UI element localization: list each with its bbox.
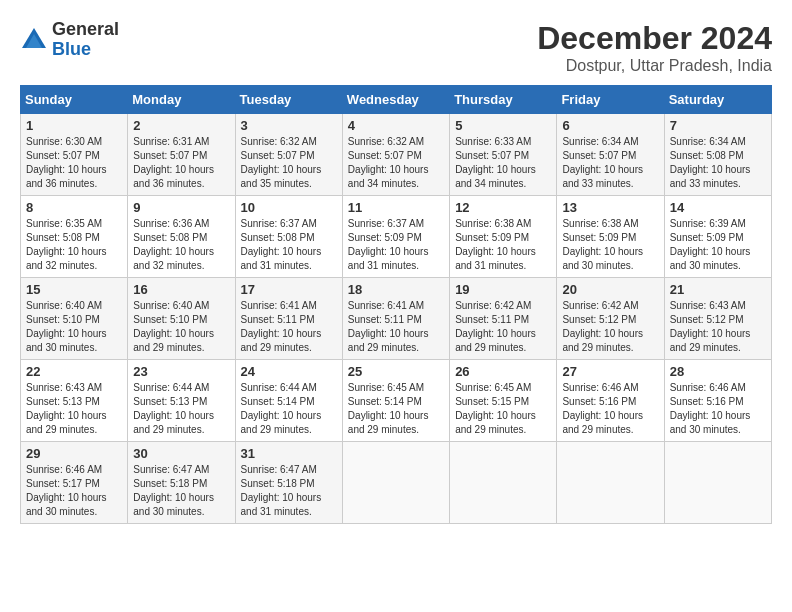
calendar-header-row: Sunday Monday Tuesday Wednesday Thursday… [21, 86, 772, 114]
table-row: 26 Sunrise: 6:45 AMSunset: 5:15 PMDaylig… [450, 360, 557, 442]
calendar-week-row: 15 Sunrise: 6:40 AMSunset: 5:10 PMDaylig… [21, 278, 772, 360]
table-row: 29 Sunrise: 6:46 AMSunset: 5:17 PMDaylig… [21, 442, 128, 524]
day-info: Sunrise: 6:38 AMSunset: 5:09 PMDaylight:… [455, 218, 536, 271]
table-row: 11 Sunrise: 6:37 AMSunset: 5:09 PMDaylig… [342, 196, 449, 278]
logo-text: General Blue [52, 20, 119, 60]
day-info: Sunrise: 6:33 AMSunset: 5:07 PMDaylight:… [455, 136, 536, 189]
col-saturday: Saturday [664, 86, 771, 114]
day-number: 29 [26, 446, 122, 461]
table-row: 3 Sunrise: 6:32 AMSunset: 5:07 PMDayligh… [235, 114, 342, 196]
day-number: 24 [241, 364, 337, 379]
table-row: 24 Sunrise: 6:44 AMSunset: 5:14 PMDaylig… [235, 360, 342, 442]
table-row: 30 Sunrise: 6:47 AMSunset: 5:18 PMDaylig… [128, 442, 235, 524]
calendar-week-row: 22 Sunrise: 6:43 AMSunset: 5:13 PMDaylig… [21, 360, 772, 442]
table-row: 31 Sunrise: 6:47 AMSunset: 5:18 PMDaylig… [235, 442, 342, 524]
day-info: Sunrise: 6:40 AMSunset: 5:10 PMDaylight:… [133, 300, 214, 353]
day-info: Sunrise: 6:41 AMSunset: 5:11 PMDaylight:… [348, 300, 429, 353]
calendar-week-row: 1 Sunrise: 6:30 AMSunset: 5:07 PMDayligh… [21, 114, 772, 196]
calendar-week-row: 8 Sunrise: 6:35 AMSunset: 5:08 PMDayligh… [21, 196, 772, 278]
day-number: 4 [348, 118, 444, 133]
table-row: 23 Sunrise: 6:44 AMSunset: 5:13 PMDaylig… [128, 360, 235, 442]
title-block: December 2024 Dostpur, Uttar Pradesh, In… [537, 20, 772, 75]
day-info: Sunrise: 6:43 AMSunset: 5:13 PMDaylight:… [26, 382, 107, 435]
day-number: 20 [562, 282, 658, 297]
table-row: 9 Sunrise: 6:36 AMSunset: 5:08 PMDayligh… [128, 196, 235, 278]
day-number: 22 [26, 364, 122, 379]
day-number: 3 [241, 118, 337, 133]
table-row: 5 Sunrise: 6:33 AMSunset: 5:07 PMDayligh… [450, 114, 557, 196]
day-info: Sunrise: 6:46 AMSunset: 5:16 PMDaylight:… [670, 382, 751, 435]
day-number: 17 [241, 282, 337, 297]
day-info: Sunrise: 6:46 AMSunset: 5:17 PMDaylight:… [26, 464, 107, 517]
table-row: 22 Sunrise: 6:43 AMSunset: 5:13 PMDaylig… [21, 360, 128, 442]
location: Dostpur, Uttar Pradesh, India [537, 57, 772, 75]
day-info: Sunrise: 6:37 AMSunset: 5:08 PMDaylight:… [241, 218, 322, 271]
day-number: 21 [670, 282, 766, 297]
day-info: Sunrise: 6:42 AMSunset: 5:11 PMDaylight:… [455, 300, 536, 353]
day-number: 10 [241, 200, 337, 215]
month-title: December 2024 [537, 20, 772, 57]
table-row: 15 Sunrise: 6:40 AMSunset: 5:10 PMDaylig… [21, 278, 128, 360]
table-row: 20 Sunrise: 6:42 AMSunset: 5:12 PMDaylig… [557, 278, 664, 360]
day-info: Sunrise: 6:45 AMSunset: 5:15 PMDaylight:… [455, 382, 536, 435]
table-row: 14 Sunrise: 6:39 AMSunset: 5:09 PMDaylig… [664, 196, 771, 278]
day-info: Sunrise: 6:34 AMSunset: 5:07 PMDaylight:… [562, 136, 643, 189]
table-row: 8 Sunrise: 6:35 AMSunset: 5:08 PMDayligh… [21, 196, 128, 278]
day-number: 13 [562, 200, 658, 215]
day-number: 19 [455, 282, 551, 297]
col-sunday: Sunday [21, 86, 128, 114]
day-info: Sunrise: 6:42 AMSunset: 5:12 PMDaylight:… [562, 300, 643, 353]
day-number: 9 [133, 200, 229, 215]
table-row [450, 442, 557, 524]
table-row: 19 Sunrise: 6:42 AMSunset: 5:11 PMDaylig… [450, 278, 557, 360]
day-info: Sunrise: 6:46 AMSunset: 5:16 PMDaylight:… [562, 382, 643, 435]
table-row: 25 Sunrise: 6:45 AMSunset: 5:14 PMDaylig… [342, 360, 449, 442]
table-row: 7 Sunrise: 6:34 AMSunset: 5:08 PMDayligh… [664, 114, 771, 196]
day-number: 16 [133, 282, 229, 297]
col-thursday: Thursday [450, 86, 557, 114]
day-info: Sunrise: 6:39 AMSunset: 5:09 PMDaylight:… [670, 218, 751, 271]
page-header: General Blue December 2024 Dostpur, Utta… [20, 20, 772, 75]
day-info: Sunrise: 6:36 AMSunset: 5:08 PMDaylight:… [133, 218, 214, 271]
col-tuesday: Tuesday [235, 86, 342, 114]
day-number: 31 [241, 446, 337, 461]
day-number: 18 [348, 282, 444, 297]
table-row: 6 Sunrise: 6:34 AMSunset: 5:07 PMDayligh… [557, 114, 664, 196]
day-info: Sunrise: 6:35 AMSunset: 5:08 PMDaylight:… [26, 218, 107, 271]
day-number: 23 [133, 364, 229, 379]
calendar-table: Sunday Monday Tuesday Wednesday Thursday… [20, 85, 772, 524]
day-number: 14 [670, 200, 766, 215]
day-info: Sunrise: 6:32 AMSunset: 5:07 PMDaylight:… [348, 136, 429, 189]
day-info: Sunrise: 6:30 AMSunset: 5:07 PMDaylight:… [26, 136, 107, 189]
table-row: 27 Sunrise: 6:46 AMSunset: 5:16 PMDaylig… [557, 360, 664, 442]
table-row: 4 Sunrise: 6:32 AMSunset: 5:07 PMDayligh… [342, 114, 449, 196]
day-info: Sunrise: 6:32 AMSunset: 5:07 PMDaylight:… [241, 136, 322, 189]
day-number: 2 [133, 118, 229, 133]
table-row: 1 Sunrise: 6:30 AMSunset: 5:07 PMDayligh… [21, 114, 128, 196]
table-row: 2 Sunrise: 6:31 AMSunset: 5:07 PMDayligh… [128, 114, 235, 196]
day-number: 28 [670, 364, 766, 379]
col-friday: Friday [557, 86, 664, 114]
day-number: 11 [348, 200, 444, 215]
day-info: Sunrise: 6:45 AMSunset: 5:14 PMDaylight:… [348, 382, 429, 435]
day-info: Sunrise: 6:44 AMSunset: 5:13 PMDaylight:… [133, 382, 214, 435]
day-info: Sunrise: 6:44 AMSunset: 5:14 PMDaylight:… [241, 382, 322, 435]
day-number: 15 [26, 282, 122, 297]
day-info: Sunrise: 6:47 AMSunset: 5:18 PMDaylight:… [133, 464, 214, 517]
day-info: Sunrise: 6:34 AMSunset: 5:08 PMDaylight:… [670, 136, 751, 189]
table-row: 10 Sunrise: 6:37 AMSunset: 5:08 PMDaylig… [235, 196, 342, 278]
day-info: Sunrise: 6:37 AMSunset: 5:09 PMDaylight:… [348, 218, 429, 271]
day-number: 5 [455, 118, 551, 133]
day-number: 26 [455, 364, 551, 379]
day-number: 12 [455, 200, 551, 215]
day-info: Sunrise: 6:41 AMSunset: 5:11 PMDaylight:… [241, 300, 322, 353]
table-row [557, 442, 664, 524]
day-number: 8 [26, 200, 122, 215]
table-row: 18 Sunrise: 6:41 AMSunset: 5:11 PMDaylig… [342, 278, 449, 360]
table-row: 13 Sunrise: 6:38 AMSunset: 5:09 PMDaylig… [557, 196, 664, 278]
table-row [342, 442, 449, 524]
day-info: Sunrise: 6:47 AMSunset: 5:18 PMDaylight:… [241, 464, 322, 517]
day-number: 7 [670, 118, 766, 133]
logo: General Blue [20, 20, 119, 60]
table-row: 17 Sunrise: 6:41 AMSunset: 5:11 PMDaylig… [235, 278, 342, 360]
